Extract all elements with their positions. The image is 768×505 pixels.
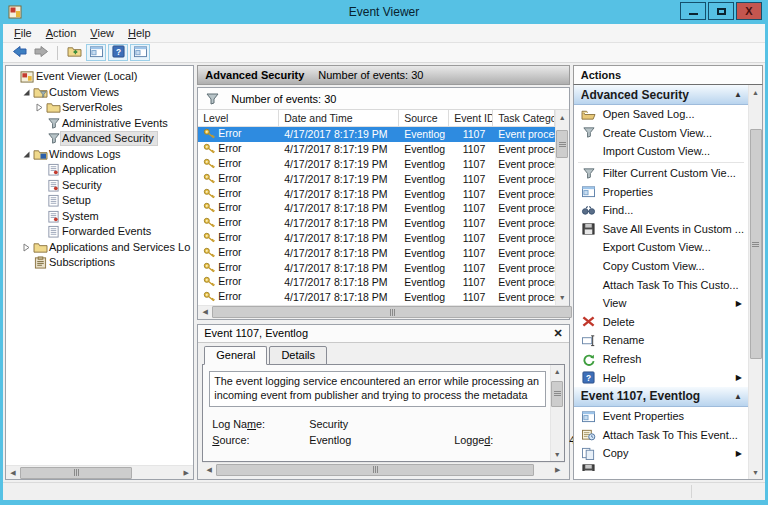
event-row[interactable]: Error4/17/2017 8:17:18 PMEventlog1107Eve… <box>198 231 555 246</box>
toolbar-show-hide-pane-button[interactable] <box>130 44 150 61</box>
action-item-filter-current-custom-vie-[interactable]: Filter Current Custom Vie... <box>574 164 748 183</box>
event-row[interactable]: Error4/17/2017 8:17:18 PMEventlog1107Eve… <box>198 186 555 201</box>
close-button[interactable]: X <box>736 2 762 20</box>
event-row[interactable]: Error4/17/2017 8:17:18 PMEventlog1107Eve… <box>198 260 555 275</box>
action-item-properties[interactable]: Properties <box>574 182 748 201</box>
action-item-refresh[interactable]: Refresh <box>574 350 748 369</box>
column-header-date-and-time[interactable]: Date and Time <box>279 110 399 126</box>
action-item-save-all-events-in-custom-[interactable]: Save All Events in Custom ... <box>574 220 748 239</box>
tree-item-administrative-events[interactable]: Administrative Events <box>6 116 193 132</box>
action-item-view[interactable]: View▶ <box>574 294 748 313</box>
toolbar-help-button[interactable]: ? <box>108 44 128 61</box>
action-item-copy-custom-view-[interactable]: Copy Custom View... <box>574 257 748 276</box>
action-item-copy[interactable]: Copy▶ <box>574 444 748 463</box>
toolbar-back-button[interactable] <box>9 44 29 61</box>
event-row[interactable]: Error4/17/2017 8:17:18 PMEventlog1107Eve… <box>198 201 555 216</box>
tree-item-system[interactable]: System <box>6 209 193 225</box>
event-row[interactable]: Error4/17/2017 8:17:19 PMEventlog1107Eve… <box>198 171 555 186</box>
scroll-right-icon[interactable]: ▶ <box>551 463 565 477</box>
menu-item-action[interactable]: Action <box>39 25 84 41</box>
scroll-left-icon[interactable]: ◀ <box>202 463 216 477</box>
scroll-grip <box>76 469 77 476</box>
actions-group-header-event-1107-eventlog[interactable]: Event 1107, Eventlog▲ <box>574 387 748 407</box>
scroll-thumb[interactable] <box>20 467 132 479</box>
event-list-horizontal-scrollbar[interactable]: ◀▶ <box>198 305 569 319</box>
blank-icon <box>580 241 597 254</box>
scroll-right-icon[interactable]: ▶ <box>179 466 193 480</box>
collapse-arrow-icon[interactable]: ▲ <box>734 392 742 401</box>
action-item-event-properties[interactable]: Event Properties <box>574 407 748 426</box>
tree-item-custom-views[interactable]: Custom Views <box>6 85 193 101</box>
tree-horizontal-scrollbar[interactable]: ◀▶ <box>6 465 193 479</box>
title-bar[interactable]: Event Viewer X <box>3 0 765 24</box>
maximize-button[interactable] <box>708 2 734 20</box>
scroll-down-icon[interactable]: ▼ <box>555 291 569 305</box>
action-item-create-custom-view-[interactable]: Create Custom View... <box>574 124 748 143</box>
action-item-help[interactable]: ?Help▶ <box>574 368 748 387</box>
event-list-vertical-scrollbar[interactable]: ▲▼ <box>555 110 569 305</box>
detail-horizontal-scrollbar[interactable]: ◀▶ <box>202 462 565 476</box>
detail-close-icon[interactable]: ✕ <box>554 327 563 340</box>
menu-item-file[interactable]: File <box>7 25 39 41</box>
action-item-partial[interactable] <box>574 463 748 471</box>
tab-general[interactable]: General <box>204 346 267 365</box>
tree-item-setup[interactable]: Setup <box>6 193 193 209</box>
scroll-down-icon[interactable]: ▼ <box>550 447 564 461</box>
tree-item-application[interactable]: Application <box>6 162 193 178</box>
tree-item-applications-and-services-lo[interactable]: Applications and Services Lo <box>6 240 193 256</box>
action-item-attach-task-to-this-custo-[interactable]: Attach Task To This Custo... <box>574 275 748 294</box>
scroll-thumb[interactable] <box>216 464 534 476</box>
action-item-export-custom-view-[interactable]: Export Custom View... <box>574 238 748 257</box>
tab-details[interactable]: Details <box>269 346 327 365</box>
action-item-find-[interactable]: Find... <box>574 201 748 220</box>
action-item-rename[interactable]: Rename <box>574 331 748 350</box>
actions-group-header-advanced-security[interactable]: Advanced Security▲ <box>574 85 748 105</box>
collapse-arrow-icon[interactable]: ▲ <box>734 90 742 99</box>
scroll-down-icon[interactable]: ▼ <box>749 465 763 479</box>
tree-item-subscriptions[interactable]: Subscriptions <box>6 255 193 271</box>
action-item-open-saved-log-[interactable]: Open Saved Log... <box>574 105 748 124</box>
tree-item-event-viewer-local-[interactable]: Event Viewer (Local) <box>6 69 193 85</box>
column-header-task-category[interactable]: Task Category <box>493 110 555 126</box>
tree-item-advanced-security[interactable]: Advanced Security <box>6 131 193 147</box>
scroll-up-icon[interactable]: ▲ <box>555 110 569 124</box>
collapsed-expander-icon[interactable] <box>21 243 32 252</box>
event-row[interactable]: Error4/17/2017 8:17:19 PMEventlog1107Eve… <box>198 127 555 142</box>
scroll-thumb[interactable] <box>551 381 563 407</box>
window-title: Event Viewer <box>3 5 765 19</box>
scroll-left-icon[interactable]: ◀ <box>198 305 212 319</box>
minimize-button[interactable] <box>680 2 706 20</box>
collapsed-expander-icon[interactable] <box>34 103 45 112</box>
action-item-delete[interactable]: Delete <box>574 313 748 332</box>
event-row[interactable]: Error4/17/2017 8:17:18 PMEventlog1107Eve… <box>198 275 555 290</box>
column-header-source[interactable]: Source <box>399 110 449 126</box>
column-header-event-id[interactable]: Event ID <box>449 110 493 126</box>
scroll-thumb[interactable] <box>750 129 762 359</box>
event-row[interactable]: Error4/17/2017 8:17:18 PMEventlog1107Eve… <box>198 245 555 260</box>
tree-item-windows-logs[interactable]: Windows Logs <box>6 147 193 163</box>
tree-item-security[interactable]: Security <box>6 178 193 194</box>
actions-vertical-scrollbar[interactable]: ▲▼ <box>748 85 762 479</box>
action-item-attach-task-to-this-event-[interactable]: Attach Task To This Event... <box>574 426 748 445</box>
menu-item-help[interactable]: Help <box>121 25 158 41</box>
scroll-thumb[interactable] <box>556 130 568 158</box>
expanded-expander-icon[interactable] <box>21 88 32 97</box>
toolbar-open-saved-log-button[interactable] <box>64 44 84 61</box>
tree-item-forwarded-events[interactable]: Forwarded Events <box>6 224 193 240</box>
expanded-expander-icon[interactable] <box>21 150 32 159</box>
event-row[interactable]: Error4/17/2017 8:17:19 PMEventlog1107Eve… <box>198 157 555 172</box>
scroll-up-icon[interactable]: ▲ <box>749 85 763 99</box>
tree-item-serverroles[interactable]: ServerRoles <box>6 100 193 116</box>
toolbar-forward-button[interactable] <box>31 44 51 61</box>
event-row[interactable]: Error4/17/2017 8:17:18 PMEventlog1107Eve… <box>198 216 555 231</box>
event-row[interactable]: Error4/17/2017 8:17:18 PMEventlog1107Eve… <box>198 290 555 305</box>
scroll-up-icon[interactable]: ▲ <box>550 365 564 379</box>
detail-vertical-scrollbar[interactable]: ▲▼ <box>550 365 564 461</box>
action-item-import-custom-view-[interactable]: Import Custom View... <box>574 142 748 161</box>
column-header-level[interactable]: Level <box>198 110 279 126</box>
event-row[interactable]: Error4/17/2017 8:17:19 PMEventlog1107Eve… <box>198 142 555 157</box>
toolbar-console-properties-button[interactable] <box>86 44 106 61</box>
menu-item-view[interactable]: View <box>83 25 121 41</box>
scroll-thumb[interactable] <box>212 306 572 318</box>
scroll-left-icon[interactable]: ◀ <box>6 466 20 480</box>
